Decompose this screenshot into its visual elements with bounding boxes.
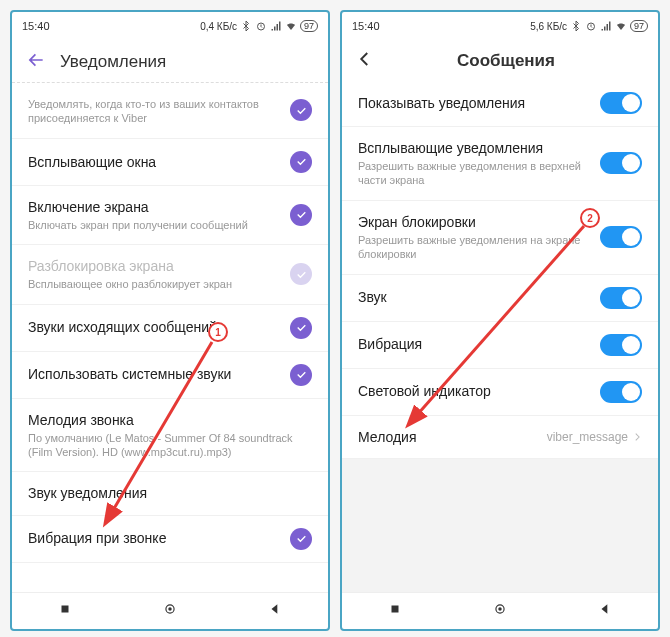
row-title: Звуки исходящих сообщений (28, 318, 280, 336)
status-bar: 15:40 5,6 КБ/с 97 (342, 12, 658, 40)
row-notification-sound[interactable]: Звук уведомления (12, 472, 328, 515)
row-system-sounds[interactable]: Использовать системные звуки (12, 352, 328, 399)
alarm-icon (585, 20, 597, 32)
nav-recent-icon[interactable] (58, 602, 72, 620)
header: Уведомления (12, 40, 328, 82)
status-time: 15:40 (22, 20, 50, 32)
toggle[interactable] (600, 152, 642, 174)
check-icon (290, 263, 312, 285)
nav-bar (342, 592, 658, 629)
empty-area (342, 459, 658, 592)
row-title: Разблокировка экрана (28, 257, 280, 275)
status-icons: 0,4 КБ/с 97 (200, 20, 318, 32)
row-sub: По умолчанию (Le Matos - Summer Of 84 so… (28, 431, 312, 460)
phone-right: 15:40 5,6 КБ/с 97 Сообщения Показывать у… (340, 10, 660, 631)
check-icon[interactable] (290, 151, 312, 173)
nav-back-icon[interactable] (598, 602, 612, 620)
status-speed: 0,4 КБ/с (200, 21, 237, 32)
status-icons: 5,6 КБ/с 97 (530, 20, 648, 32)
row-value-text: viber_message (547, 430, 628, 444)
signal-icon (270, 20, 282, 32)
toggle[interactable] (600, 381, 642, 403)
signal-icon (600, 20, 612, 32)
nav-recent-icon[interactable] (388, 602, 402, 620)
battery-icon: 97 (300, 20, 318, 32)
back-icon[interactable] (356, 50, 374, 72)
settings-list: Уведомлять, когда кто-то из ваших контак… (12, 82, 328, 592)
svg-rect-2 (61, 606, 68, 613)
row-screen-on[interactable]: Включение экранаВключать экран при получ… (12, 186, 328, 245)
row-contact-joined[interactable]: Уведомлять, когда кто-то из ваших контак… (12, 82, 328, 139)
toggle[interactable] (600, 92, 642, 114)
nav-bar (12, 592, 328, 629)
row-unlock: Разблокировка экранаВсплывающее окно раз… (12, 245, 328, 304)
row-sub: Всплывающее окно разблокирует экран (28, 277, 280, 291)
row-title: Мелодия звонка (28, 411, 312, 429)
page-title: Уведомления (60, 52, 166, 72)
nav-home-icon[interactable] (493, 602, 507, 620)
row-vibration[interactable]: Вибрация (342, 322, 658, 369)
row-heads-up[interactable]: Всплывающие уведомленияРазрешить важные … (342, 127, 658, 201)
status-bar: 15:40 0,4 КБ/с 97 (12, 12, 328, 40)
row-popup[interactable]: Всплывающие окна (12, 139, 328, 186)
settings-list: Показывать уведомления Всплывающие уведо… (342, 80, 658, 592)
row-sub: Разрешить важные уведомления в верхней ч… (358, 159, 590, 188)
status-speed: 5,6 КБ/с (530, 21, 567, 32)
row-title: Всплывающие уведомления (358, 139, 590, 157)
annotation-badge-1: 1 (208, 322, 228, 342)
svg-point-9 (498, 607, 502, 611)
wifi-icon (615, 20, 627, 32)
svg-rect-7 (391, 606, 398, 613)
row-sub: Разрешить важные уведомления на экране б… (358, 233, 590, 262)
row-title: Световой индикатор (358, 382, 590, 400)
row-outgoing-sounds[interactable]: Звуки исходящих сообщений (12, 305, 328, 352)
nav-home-icon[interactable] (163, 602, 177, 620)
toggle[interactable] (600, 334, 642, 356)
nav-back-icon[interactable] (268, 602, 282, 620)
row-title: Вибрация при звонке (28, 529, 280, 547)
check-icon[interactable] (290, 364, 312, 386)
status-time: 15:40 (352, 20, 380, 32)
check-icon[interactable] (290, 99, 312, 121)
header: Сообщения (342, 40, 658, 80)
row-value: viber_message (547, 430, 642, 444)
back-icon[interactable] (26, 50, 46, 74)
row-ringtone[interactable]: Мелодия звонкаПо умолчанию (Le Matos - S… (12, 399, 328, 473)
svg-point-4 (168, 607, 172, 611)
alarm-icon (255, 20, 267, 32)
check-icon[interactable] (290, 204, 312, 226)
row-title: Звук уведомления (28, 484, 312, 502)
phone-left: 15:40 0,4 КБ/с 97 Уведомления Уведомлять… (10, 10, 330, 631)
page-title: Сообщения (388, 51, 624, 71)
row-title: Экран блокировки (358, 213, 590, 231)
row-title: Звук (358, 288, 590, 306)
row-title: Использовать системные звуки (28, 365, 280, 383)
row-title: Мелодия (358, 428, 537, 446)
battery-icon: 97 (630, 20, 648, 32)
row-melody[interactable]: Мелодия viber_message (342, 416, 658, 459)
row-sub: Уведомлять, когда кто-то из ваших контак… (28, 97, 280, 126)
row-sub: Включать экран при получении сообщений (28, 218, 280, 232)
row-led[interactable]: Световой индикатор (342, 369, 658, 416)
toggle[interactable] (600, 226, 642, 248)
annotation-badge-2: 2 (580, 208, 600, 228)
row-lock-screen[interactable]: Экран блокировкиРазрешить важные уведомл… (342, 201, 658, 275)
check-icon[interactable] (290, 317, 312, 339)
bluetooth-icon (240, 20, 252, 32)
chevron-right-icon (632, 432, 642, 442)
row-title: Всплывающие окна (28, 153, 280, 171)
check-icon[interactable] (290, 528, 312, 550)
toggle[interactable] (600, 287, 642, 309)
row-sound[interactable]: Звук (342, 275, 658, 322)
row-title: Вибрация (358, 335, 590, 353)
row-title: Показывать уведомления (358, 94, 590, 112)
row-title: Включение экрана (28, 198, 280, 216)
wifi-icon (285, 20, 297, 32)
bluetooth-icon (570, 20, 582, 32)
row-vibration[interactable]: Вибрация при звонке (12, 516, 328, 563)
row-show-notifications[interactable]: Показывать уведомления (342, 80, 658, 127)
